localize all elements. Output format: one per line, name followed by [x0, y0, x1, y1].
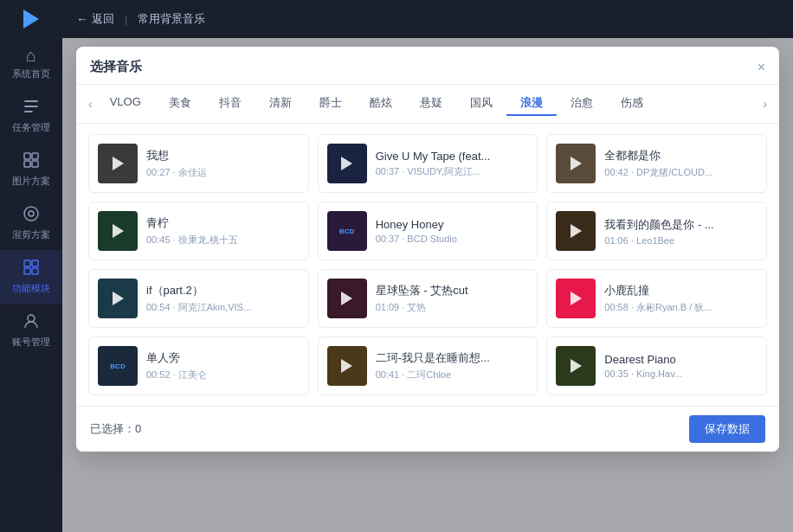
modal-title: 选择音乐: [90, 59, 142, 75]
svg-point-4: [24, 207, 38, 221]
tab-cool[interactable]: 酷炫: [356, 92, 406, 116]
tasks-icon: [23, 98, 40, 118]
music-meta: 00:58 · 永彬Ryan.B / 狄...: [604, 301, 758, 314]
music-info: if（part.2） 00:54 · 阿克江Akin,VIS...: [146, 283, 300, 314]
selected-count-label: 已选择：0: [90, 421, 141, 437]
modal-overlay: 选择音乐 × ‹ VLOG美食抖音清新爵士酷炫悬疑国风浪漫治愈伤感 › 我想 0…: [62, 38, 793, 532]
logo-triangle: [23, 10, 39, 29]
tab-healing[interactable]: 治愈: [557, 92, 607, 116]
music-card-5[interactable]: BCD Honey Honey 00:37 · BCD Studio: [318, 202, 538, 260]
music-card-4[interactable]: 青柠 00:45 · 徐秉龙,桃十五: [88, 202, 309, 260]
sidebar-label-tasks: 任务管理: [12, 121, 50, 134]
tabs-list: VLOG美食抖音清新爵士酷炫悬疑国风浪漫治愈伤感: [96, 92, 760, 116]
sidebar-label-mix: 混剪方案: [12, 228, 50, 241]
music-card-1[interactable]: 我想 00:27 · 余佳运: [88, 134, 309, 193]
sidebar-item-home[interactable]: ⌂ 系统首页: [0, 38, 62, 89]
svg-rect-6: [24, 260, 30, 266]
modal-close-button[interactable]: ×: [758, 60, 765, 75]
music-card-8[interactable]: 星球坠落 - 艾热cut 01:09 · 艾热: [318, 269, 538, 328]
music-card-6[interactable]: 我看到的颜色是你 - ... 01:06 · Leo1Bee: [546, 202, 767, 260]
music-name: Honey Honey: [376, 218, 529, 231]
tab-suspense[interactable]: 悬疑: [406, 92, 456, 116]
music-meta: 01:09 · 艾热: [376, 301, 529, 314]
music-card-9[interactable]: 小鹿乱撞 00:58 · 永彬Ryan.B / 狄...: [546, 269, 767, 328]
play-overlay-icon: [113, 292, 124, 305]
music-name: 全都都是你: [604, 148, 758, 163]
music-card-7[interactable]: if（part.2） 00:54 · 阿克江Akin,VIS...: [88, 269, 309, 328]
page-title: 常用背景音乐: [138, 11, 205, 27]
tab-chinese[interactable]: 国风: [456, 92, 506, 116]
music-info: Dearest Piano 00:35 · King.Hav...: [604, 353, 758, 379]
music-card-11[interactable]: 二珂-我只是在睡前想... 00:41 · 二珂Chloe: [318, 337, 538, 395]
sidebar-item-account[interactable]: 账号管理: [0, 304, 62, 357]
music-thumbnail: [327, 144, 367, 183]
svg-rect-1: [32, 153, 38, 159]
play-overlay-icon: [341, 157, 352, 170]
music-meta: 00:35 · King.Hav...: [604, 369, 758, 379]
back-button[interactable]: ← 返回: [76, 11, 114, 27]
play-overlay-icon: [571, 157, 582, 170]
svg-rect-8: [24, 268, 30, 274]
play-overlay-icon: [341, 292, 352, 305]
sidebar-item-functions[interactable]: 功能模块: [0, 250, 62, 304]
music-thumbnail: [327, 346, 367, 386]
back-arrow-icon: ←: [76, 12, 88, 26]
svg-rect-3: [32, 161, 38, 167]
photos-icon: [23, 151, 40, 171]
music-thumbnail: [556, 211, 596, 251]
music-name: 单人旁: [146, 350, 300, 366]
tab-sad[interactable]: 伤感: [607, 92, 657, 116]
svg-rect-2: [24, 161, 30, 167]
tab-jazz[interactable]: 爵士: [306, 92, 356, 116]
sidebar-label-photos: 图片方案: [12, 175, 50, 188]
sidebar-item-tasks[interactable]: 任务管理: [0, 89, 62, 143]
music-info: 我看到的颜色是你 - ... 01:06 · Leo1Bee: [604, 217, 758, 246]
play-overlay-icon: [341, 359, 352, 373]
tab-food[interactable]: 美食: [155, 92, 205, 116]
music-info: 小鹿乱撞 00:58 · 永彬Ryan.B / 狄...: [604, 283, 758, 314]
music-thumbnail: BCD: [327, 211, 367, 251]
play-overlay-icon: [571, 224, 582, 238]
app-logo: [0, 0, 62, 38]
music-meta: 00:45 · 徐秉龙,桃十五: [146, 234, 300, 247]
music-card-10[interactable]: BCD 单人旁 00:52 · 江美仑: [88, 337, 309, 395]
sidebar: ⌂ 系统首页 任务管理 图片方案 混剪方案: [0, 38, 62, 532]
tab-vlog[interactable]: VLOG: [96, 92, 155, 116]
music-card-2[interactable]: Give U My Tape (feat... 00:37 · VISUDY,阿…: [318, 134, 538, 193]
tabs-next-arrow[interactable]: ›: [759, 97, 770, 111]
sidebar-item-mix[interactable]: 混剪方案: [0, 196, 62, 250]
svg-point-10: [28, 315, 35, 322]
music-thumbnail: [98, 211, 138, 251]
music-grid: 我想 00:27 · 余佳运 Give U My Tape (feat... 0…: [76, 124, 779, 406]
sidebar-label-home: 系统首页: [12, 67, 50, 80]
music-info: Honey Honey 00:37 · BCD Studio: [376, 218, 529, 244]
music-card-3[interactable]: 全都都是你 00:42 · DP龙猪/CLOUD...: [546, 134, 767, 193]
account-icon: [23, 312, 40, 332]
thumb-label: BCD: [110, 362, 125, 370]
music-select-modal: 选择音乐 × ‹ VLOG美食抖音清新爵士酷炫悬疑国风浪漫治愈伤感 › 我想 0…: [76, 47, 779, 452]
tabs-prev-arrow[interactable]: ‹: [85, 97, 96, 111]
music-thumbnail: [327, 279, 367, 318]
sidebar-label-functions: 功能模块: [12, 282, 50, 295]
music-thumbnail: [556, 279, 596, 318]
music-info: 单人旁 00:52 · 江美仑: [146, 350, 300, 381]
music-card-12[interactable]: Dearest Piano 00:35 · King.Hav...: [546, 337, 767, 395]
save-button[interactable]: 保存数据: [689, 415, 765, 443]
tab-fresh[interactable]: 清新: [255, 92, 306, 116]
music-meta: 01:06 · Leo1Bee: [604, 235, 758, 246]
sidebar-item-photos[interactable]: 图片方案: [0, 143, 62, 196]
music-thumbnail: [556, 144, 596, 183]
back-label: 返回: [92, 11, 114, 27]
svg-rect-0: [24, 153, 30, 159]
svg-rect-9: [32, 268, 38, 274]
sidebar-label-account: 账号管理: [12, 336, 50, 349]
music-name: 二珂-我只是在睡前想...: [376, 350, 529, 366]
music-name: if（part.2）: [146, 283, 300, 298]
modal-footer: 已选择：0 保存数据: [76, 406, 779, 452]
tab-romantic[interactable]: 浪漫: [506, 92, 557, 116]
music-meta: 00:27 · 余佳运: [146, 166, 300, 179]
music-meta: 00:37 · BCD Studio: [376, 234, 529, 244]
tab-douyin[interactable]: 抖音: [205, 92, 255, 116]
music-name: 青柠: [146, 215, 300, 231]
music-meta: 00:41 · 二珂Chloe: [376, 369, 529, 381]
